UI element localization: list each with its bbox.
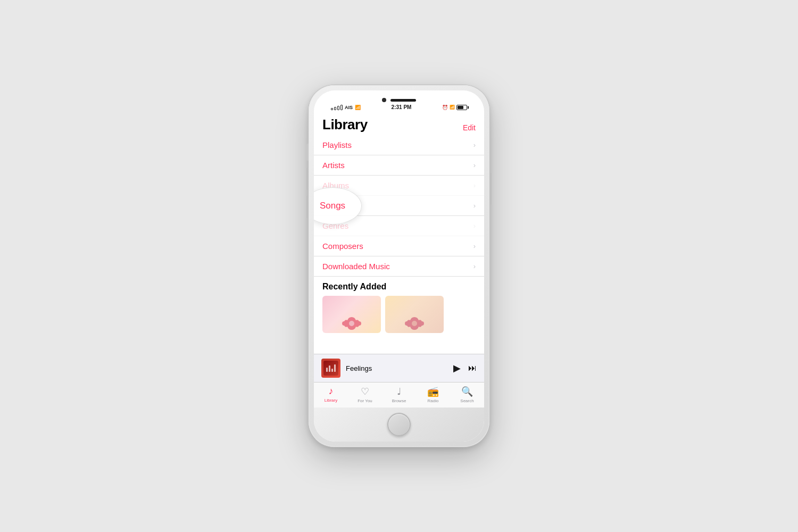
songs-circle-label: Songs xyxy=(320,201,345,211)
gear-svg-2 xyxy=(403,312,426,331)
chevron-icon-downloaded: › xyxy=(473,262,476,270)
menu-item-label-composers: Composers xyxy=(322,242,363,251)
album-thumb-1[interactable] xyxy=(322,296,381,333)
edit-button[interactable]: Edit xyxy=(463,123,476,133)
album-grid xyxy=(322,296,476,333)
alarm-icon: ⏰ xyxy=(442,105,448,110)
tab-for-you-label: For You xyxy=(358,398,372,403)
svg-point-0 xyxy=(349,321,354,326)
phone-top-area: AIS 📶 2:31 PM ⏰ 📶 xyxy=(314,90,484,112)
home-button[interactable] xyxy=(387,413,411,436)
svg-point-1 xyxy=(412,321,417,326)
menu-item-label-artists: Artists xyxy=(322,161,345,170)
menu-item-artists[interactable]: Artists › xyxy=(314,155,484,176)
menu-item-label-playlists: Playlists xyxy=(322,140,352,149)
battery-fill xyxy=(458,106,463,109)
radio-icon: 📻 xyxy=(427,386,439,397)
play-button[interactable]: ▶ xyxy=(453,362,461,374)
status-left: AIS 📶 xyxy=(331,105,361,110)
heart-icon: ♡ xyxy=(361,386,369,397)
recently-added-section: Recently Added xyxy=(314,277,484,336)
phone-device: AIS 📶 2:31 PM ⏰ 📶 Library Edit xyxy=(309,85,489,447)
skip-forward-button[interactable]: ⏭ xyxy=(468,363,477,373)
art-line-2 xyxy=(329,365,330,372)
tab-radio[interactable]: 📻 Radio xyxy=(416,386,450,403)
menu-item-label-downloaded: Downloaded Music xyxy=(322,262,390,271)
battery-indicator xyxy=(456,105,467,110)
screen-content: Library Edit Playlists › Artists › Album… xyxy=(314,112,484,408)
chevron-icon-artists: › xyxy=(473,161,476,169)
menu-list: Playlists › Artists › Albums › Songs xyxy=(314,135,484,277)
tab-search[interactable]: 🔍 Search xyxy=(450,386,484,403)
library-header: Library Edit xyxy=(314,112,484,135)
speaker-bar xyxy=(390,99,416,102)
tab-for-you[interactable]: ♡ For You xyxy=(348,386,382,403)
mini-player-title: Feelings xyxy=(346,364,448,372)
signal-strength xyxy=(331,105,343,110)
album-art-2 xyxy=(385,296,444,333)
album-art-1 xyxy=(322,296,381,333)
tab-search-label: Search xyxy=(460,398,473,403)
mini-player-art xyxy=(321,359,340,378)
tab-bar: ♪ Library ♡ For You ♩ Browse 📻 Radio 🔍 xyxy=(314,382,484,408)
mini-player[interactable]: Feelings ▶ ⏭ xyxy=(314,354,484,382)
music-note-icon: ♩ xyxy=(397,386,401,397)
camera-dot xyxy=(382,98,386,102)
mini-art-inner xyxy=(323,361,338,376)
chevron-icon-playlists: › xyxy=(473,141,476,149)
menu-item-downloaded[interactable]: Downloaded Music › xyxy=(314,256,484,277)
search-icon: 🔍 xyxy=(461,386,473,397)
signal-dot-2 xyxy=(334,107,336,110)
spacer xyxy=(314,336,484,354)
tab-radio-label: Radio xyxy=(428,398,439,403)
phone-screen: AIS 📶 2:31 PM ⏰ 📶 Library Edit xyxy=(314,90,484,442)
signal-dot-3 xyxy=(337,106,339,110)
gear-svg-1 xyxy=(340,312,363,331)
wifi-icon: 📶 xyxy=(355,105,361,110)
home-button-area xyxy=(314,408,484,442)
signal-dot-4 xyxy=(340,105,343,110)
art-line-1 xyxy=(326,368,328,372)
bluetooth-icon: 📶 xyxy=(450,105,455,110)
camera-area xyxy=(322,95,476,103)
chevron-icon-albums: › xyxy=(473,181,476,189)
menu-item-songs[interactable]: Songs Songs › xyxy=(314,196,484,216)
menu-item-playlists[interactable]: Playlists › xyxy=(314,135,484,155)
power-button[interactable] xyxy=(489,173,492,205)
menu-item-composers[interactable]: Composers › xyxy=(314,236,484,256)
time-display: 2:31 PM xyxy=(392,104,412,110)
library-icon: ♪ xyxy=(329,386,334,397)
page-title: Library xyxy=(322,117,368,133)
tab-browse-label: Browse xyxy=(392,398,406,403)
chevron-icon-genres: › xyxy=(473,222,476,230)
tab-browse[interactable]: ♩ Browse xyxy=(382,386,416,403)
carrier-label: AIS xyxy=(345,105,353,110)
mini-art-lines xyxy=(326,364,336,372)
status-bar: AIS 📶 2:31 PM ⏰ 📶 xyxy=(322,103,476,112)
recently-added-title: Recently Added xyxy=(322,282,476,292)
signal-dot-1 xyxy=(331,108,333,110)
chevron-icon-composers: › xyxy=(473,242,476,250)
chevron-icon-songs: › xyxy=(473,202,476,210)
volume-up-button[interactable] xyxy=(306,168,309,190)
mini-player-controls: ▶ ⏭ xyxy=(453,362,477,374)
album-thumb-2[interactable] xyxy=(385,296,444,333)
tab-library-label: Library xyxy=(325,398,337,403)
status-right: ⏰ 📶 xyxy=(442,105,467,110)
art-line-3 xyxy=(331,369,333,372)
volume-down-button[interactable] xyxy=(306,196,309,218)
tab-library[interactable]: ♪ Library xyxy=(314,386,348,403)
art-line-4 xyxy=(334,364,336,372)
